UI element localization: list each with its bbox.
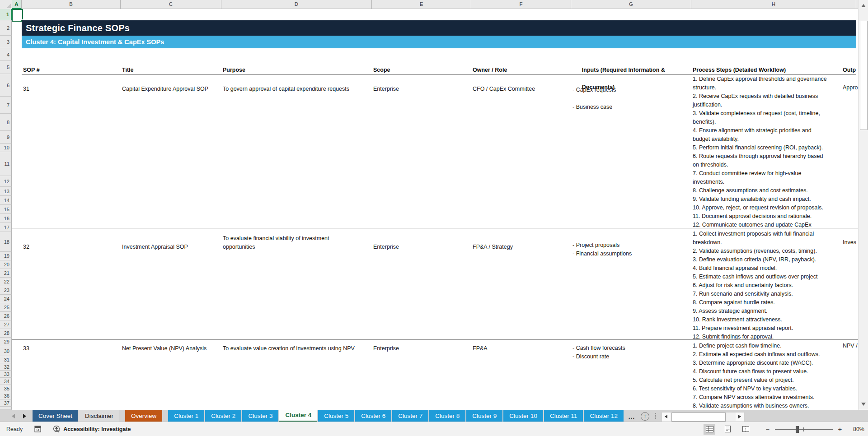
row-header-22[interactable]: 22 <box>0 278 12 286</box>
sop-output[interactable]: NPV / <box>843 342 858 350</box>
sop-process-steps[interactable]: 1. Define project cash flow timeline. 2.… <box>693 342 820 410</box>
horizontal-scrollbar-thumb[interactable] <box>671 413 726 422</box>
row-header-14[interactable]: 14 <box>0 196 12 205</box>
sop-scope[interactable]: Enterprise <box>373 344 399 353</box>
tab-cluster-8[interactable]: Cluster 8 <box>429 410 465 422</box>
sop-number[interactable]: 33 <box>23 344 29 353</box>
row-header-11[interactable]: 11 <box>0 152 12 176</box>
row-header-5[interactable]: 5 <box>0 61 12 74</box>
zoom-level[interactable]: 80% <box>849 426 864 432</box>
horizontal-scrollbar[interactable] <box>662 412 745 422</box>
row-header-17[interactable]: 17 <box>0 223 12 232</box>
scroll-left-icon[interactable] <box>662 413 671 421</box>
tab-scroll-right-icon[interactable] <box>23 414 26 418</box>
page-break-preview-button[interactable] <box>740 424 751 435</box>
sop-title[interactable]: Capital Expenditure Approval SOP <box>122 85 208 93</box>
tab-disclaimer[interactable]: Disclaimer <box>79 410 119 422</box>
accessibility-status[interactable]: Accessibility: Investigate <box>53 425 131 433</box>
sheet-title-banner[interactable]: Strategic Finance SOPs <box>22 20 856 36</box>
sop-owner[interactable]: FP&A / Strategy <box>473 243 513 251</box>
zoom-in-button[interactable]: + <box>837 425 843 433</box>
row-header-4[interactable]: 4 <box>0 48 12 61</box>
zoom-out-button[interactable]: − <box>765 425 770 433</box>
sop-purpose[interactable]: To evaluate value creation of investment… <box>223 344 355 353</box>
tab-cluster-7[interactable]: Cluster 7 <box>392 410 428 422</box>
row-header-31[interactable]: 31 <box>0 356 12 363</box>
tab-cluster-11[interactable]: Cluster 11 <box>544 410 583 422</box>
row-header-26[interactable]: 26 <box>0 312 12 320</box>
scroll-up-icon[interactable] <box>859 1 868 9</box>
row-header-2[interactable]: 2 <box>0 20 12 36</box>
column-header-c[interactable]: C <box>121 0 221 9</box>
tab-scroll-left-icon[interactable] <box>12 414 15 418</box>
row-header-32[interactable]: 32 <box>0 363 12 371</box>
sop-owner[interactable]: FP&A <box>473 344 488 353</box>
sop-inputs[interactable]: - CapEx requests - Business case <box>572 86 616 111</box>
row-header-19[interactable]: 19 <box>0 252 12 260</box>
row-header-1[interactable]: 1 <box>0 9 12 20</box>
sop-title[interactable]: Net Present Value (NPV) Analysis <box>122 344 206 353</box>
row-header-3[interactable]: 3 <box>0 36 12 48</box>
scroll-right-icon[interactable] <box>736 413 744 421</box>
header-scope[interactable]: Scope <box>373 66 390 74</box>
row-header-15[interactable]: 15 <box>0 205 12 214</box>
tab-cluster-10[interactable]: Cluster 10 <box>503 410 543 422</box>
header-sop[interactable]: SOP # <box>23 66 40 74</box>
row-header-8[interactable]: 8 <box>0 114 12 131</box>
header-process[interactable]: Process Steps (Detailed Workflow) <box>693 66 786 74</box>
sop-owner[interactable]: CFO / CapEx Committee <box>473 85 535 93</box>
row-header-29[interactable]: 29 <box>0 338 12 346</box>
header-purpose[interactable]: Purpose <box>223 66 245 74</box>
tab-cover-sheet[interactable]: Cover Sheet <box>33 410 78 422</box>
zoom-slider-thumb[interactable] <box>796 426 799 433</box>
row-header-33[interactable]: 33 <box>0 371 12 378</box>
header-title[interactable]: Title <box>122 66 133 74</box>
tab-cluster-5[interactable]: Cluster 5 <box>318 410 354 422</box>
macro-record-icon[interactable] <box>34 426 41 432</box>
header-outputs[interactable]: Outp <box>843 66 856 74</box>
row-header-27[interactable]: 27 <box>0 320 12 329</box>
row-header-34[interactable]: 34 <box>0 378 12 385</box>
tab-cluster-2[interactable]: Cluster 2 <box>205 410 241 422</box>
sop-title[interactable]: Investment Appraisal SOP <box>122 243 188 251</box>
column-header-a[interactable]: A <box>12 0 22 9</box>
row-header-6[interactable]: 6 <box>0 74 12 97</box>
tab-cluster-6[interactable]: Cluster 6 <box>355 410 391 422</box>
sop-output[interactable]: Appro <box>843 83 858 92</box>
row-header-10[interactable]: 10 <box>0 144 12 152</box>
tab-cluster-12[interactable]: Cluster 12 <box>584 410 624 422</box>
row-header-37[interactable]: 37 <box>0 399 12 407</box>
row-header-12[interactable]: 12 <box>0 176 12 187</box>
more-sheets-button[interactable]: … <box>628 413 635 420</box>
tab-cluster-3[interactable]: Cluster 3 <box>242 410 278 422</box>
row-header-28[interactable]: 28 <box>0 329 12 338</box>
tab-cluster-9[interactable]: Cluster 9 <box>466 410 502 422</box>
sop-number[interactable]: 32 <box>23 243 29 251</box>
row-header-7[interactable]: 7 <box>0 97 12 114</box>
vertical-scrollbar[interactable] <box>858 0 868 410</box>
row-header-36[interactable]: 36 <box>0 392 12 399</box>
column-header-f[interactable]: F <box>471 0 571 9</box>
column-header-e[interactable]: E <box>372 0 471 9</box>
row-header-18[interactable]: 18 <box>0 232 12 252</box>
row-header-25[interactable]: 25 <box>0 303 12 312</box>
column-header-g[interactable]: G <box>571 0 691 9</box>
new-sheet-button[interactable]: + <box>641 412 649 421</box>
sop-inputs[interactable]: - Project proposals - Financial assumpti… <box>572 241 632 258</box>
sop-purpose[interactable]: To evaluate financial viability of inves… <box>223 234 329 251</box>
scroll-down-icon[interactable] <box>859 400 868 408</box>
page-layout-view-button[interactable] <box>722 424 733 435</box>
row-header-30[interactable]: 30 <box>0 346 12 356</box>
row-header-35[interactable]: 35 <box>0 385 12 392</box>
sop-inputs[interactable]: - Cash flow forecasts - Discount rate <box>572 344 625 361</box>
sop-scope[interactable]: Enterprise <box>373 243 399 251</box>
row-header-partial[interactable] <box>0 407 12 410</box>
column-header-b[interactable]: B <box>22 0 121 9</box>
select-all-corner[interactable] <box>0 0 12 9</box>
row-header-24[interactable]: 24 <box>0 295 12 303</box>
vertical-scrollbar-thumb[interactable] <box>860 21 868 130</box>
tab-cluster-4[interactable]: Cluster 4 <box>279 410 317 422</box>
sop-number[interactable]: 31 <box>23 85 29 93</box>
tab-cluster-1[interactable]: Cluster 1 <box>168 410 204 422</box>
zoom-slider[interactable] <box>775 426 833 433</box>
